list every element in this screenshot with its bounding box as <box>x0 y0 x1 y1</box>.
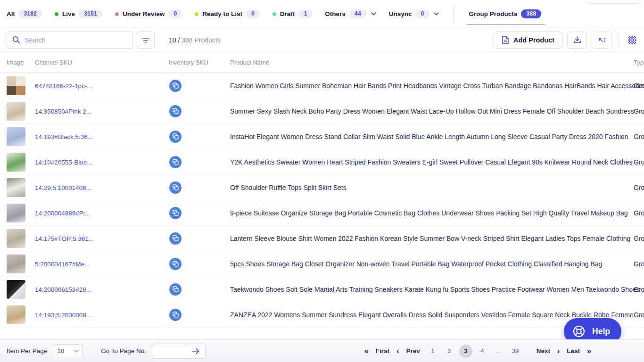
copy-inventory-sku-icon[interactable] <box>169 105 182 117</box>
table-row: 14:200004889#Pi... 9-piece Suitcase Orga… <box>0 200 644 226</box>
search-box[interactable] <box>7 32 133 49</box>
channel-sku-link[interactable]: 64748166-22-1pc-... <box>35 82 92 89</box>
product-thumbnail[interactable] <box>7 127 25 146</box>
chevron-down-icon[interactable] <box>434 12 439 16</box>
chevron-down-icon[interactable] <box>371 12 376 16</box>
product-thumbnail[interactable] <box>7 229 25 248</box>
chevron-down-icon <box>74 350 79 353</box>
product-thumbnail[interactable] <box>7 255 25 273</box>
goto-page-input[interactable] <box>152 344 186 359</box>
first-page-arrow-icon[interactable]: « <box>363 347 370 355</box>
filter-tab-all[interactable]: All 3182 <box>7 9 42 18</box>
channel-sku-link[interactable]: 14:175#TOP;5:361... <box>35 235 94 242</box>
channel-sku-link[interactable]: 5:200004167#Me... <box>35 260 90 267</box>
column-header-image: Image <box>7 59 24 66</box>
products-count-current: 10 / <box>169 36 182 44</box>
next-page-button[interactable]: Next <box>534 347 553 354</box>
filter-tab-count-badge: 0 <box>168 9 182 18</box>
product-thumbnail[interactable] <box>7 76 25 95</box>
channel-sku-link[interactable]: 14:10#20555-Blue... <box>35 158 92 165</box>
collapse-panel-button[interactable] <box>592 32 611 49</box>
filter-tab-label: Draft <box>280 10 295 17</box>
filter-tab-count-badge: 0 <box>246 9 260 18</box>
export-download-button[interactable] <box>567 32 587 49</box>
pagination: « First ‹ Prev 1 2 3 4 ... 39 Next › Las… <box>363 345 592 358</box>
copy-inventory-sku-icon[interactable] <box>169 156 182 168</box>
prev-page-arrow-icon[interactable]: ‹ <box>396 347 400 355</box>
product-name: Off Shoulder Ruffle Tops Split Skirt Set… <box>230 184 347 191</box>
copy-inventory-sku-icon[interactable] <box>169 207 182 219</box>
copy-inventory-sku-icon[interactable] <box>169 232 182 245</box>
product-thumbnail[interactable] <box>7 305 25 324</box>
filter-tab-label: Live <box>62 10 75 17</box>
next-page-arrow-icon[interactable]: › <box>556 347 561 355</box>
copy-inventory-sku-icon[interactable] <box>169 258 182 270</box>
filter-tab-label: Under Review <box>123 10 165 17</box>
search-input[interactable] <box>25 36 127 44</box>
item-per-page-value: 10 <box>57 347 64 354</box>
page-number-1[interactable]: 1 <box>426 345 439 358</box>
copy-inventory-sku-icon[interactable] <box>169 131 182 143</box>
filter-tab-draft[interactable]: Draft 1 <box>272 9 312 18</box>
product-thumbnail[interactable] <box>7 153 25 172</box>
product-thumbnail[interactable] <box>7 178 25 197</box>
product-thumbnail[interactable] <box>7 280 25 299</box>
status-dot <box>55 12 58 16</box>
first-page-button[interactable]: First <box>373 347 392 354</box>
product-name: Y2K Aesthetics Sweater Women Heart Strip… <box>230 158 632 166</box>
filter-tab-others[interactable]: Others 44 <box>325 9 376 18</box>
page-number-3-active[interactable]: 3 <box>459 345 472 358</box>
settings-button[interactable] <box>627 35 637 45</box>
table-row: 14:193;5:2000009... ZANZEA 2022 Womens S… <box>0 302 644 328</box>
filter-tab-unsync[interactable]: Unsync 0 <box>389 9 439 18</box>
channel-sku-link[interactable]: 14:200006153#28... <box>35 286 91 293</box>
product-thumbnail[interactable] <box>7 102 25 121</box>
channel-sku-link[interactable]: 14:193#Black;5:36... <box>35 133 93 140</box>
filter-tab-count-badge: 0 <box>416 9 429 18</box>
channel-sku-link[interactable]: 14:350850#Pink 2... <box>35 107 91 115</box>
channel-sku-link[interactable]: 14:193;5:2000009... <box>35 311 91 318</box>
product-thumbnail[interactable] <box>7 204 25 222</box>
page-number-39[interactable]: 39 <box>509 345 522 358</box>
goto-page-label: Go To Page No. <box>101 347 146 354</box>
copy-inventory-sku-icon[interactable] <box>169 283 182 296</box>
page-number-4[interactable]: 4 <box>476 345 489 358</box>
filter-tab-count-badge: 3182 <box>18 9 42 18</box>
filter-tab-under-review[interactable]: Under Review 0 <box>115 9 182 18</box>
copy-inventory-sku-icon[interactable] <box>169 80 182 92</box>
arrow-right-icon <box>192 348 200 354</box>
product-type: Group <box>634 286 644 293</box>
status-dot <box>195 12 198 16</box>
channel-sku-link[interactable]: 14:29;5:10001406... <box>35 184 91 191</box>
add-product-button[interactable]: Add Product <box>494 32 562 49</box>
help-label: Help <box>592 327 610 337</box>
filter-tab-count-badge: 3151 <box>79 9 102 18</box>
table-header: Image Channel SKU Inventory SKU Product … <box>0 52 644 73</box>
product-type: Group <box>634 311 644 319</box>
product-type: Group <box>634 235 644 242</box>
filter-tab-count-badge: 44 <box>349 9 366 18</box>
document-icon <box>502 36 509 44</box>
filter-tab-live[interactable]: Live 3151 <box>55 9 102 18</box>
cutoff-button[interactable] <box>587 0 640 4</box>
goto-page-button[interactable] <box>186 344 206 359</box>
prev-page-button[interactable]: Prev <box>403 347 422 354</box>
product-type: Group <box>634 107 644 115</box>
divider <box>454 6 454 22</box>
product-name: 5pcs Shoes Storage Bag Closet Organizer … <box>230 260 602 268</box>
product-name: InstaHot Elegant Women Dress Stand Colla… <box>230 133 628 140</box>
copy-inventory-sku-icon[interactable] <box>169 181 182 194</box>
last-page-button[interactable]: Last <box>564 347 583 354</box>
tab-group-products[interactable]: Group Products 388 <box>469 9 541 18</box>
table-row: 14:200006153#28... Taekwondo Shoes Soft … <box>0 277 644 302</box>
copy-inventory-sku-icon[interactable] <box>169 309 182 321</box>
channel-sku-link[interactable]: 14:200004889#Pi... <box>35 209 90 216</box>
table-body: 64748166-22-1pc-... Fashion Women Girls … <box>0 73 644 328</box>
last-page-arrow-icon[interactable]: » <box>586 347 592 355</box>
table-row: 5:200004167#Me... 5pcs Shoes Storage Bag… <box>0 251 644 277</box>
filter-tab-ready-to-list[interactable]: Ready to List 0 <box>195 9 260 18</box>
add-product-label: Add Product <box>513 36 554 44</box>
filter-button[interactable] <box>137 32 155 49</box>
item-per-page-select[interactable]: 10 <box>53 344 83 358</box>
page-number-2[interactable]: 2 <box>443 345 456 358</box>
